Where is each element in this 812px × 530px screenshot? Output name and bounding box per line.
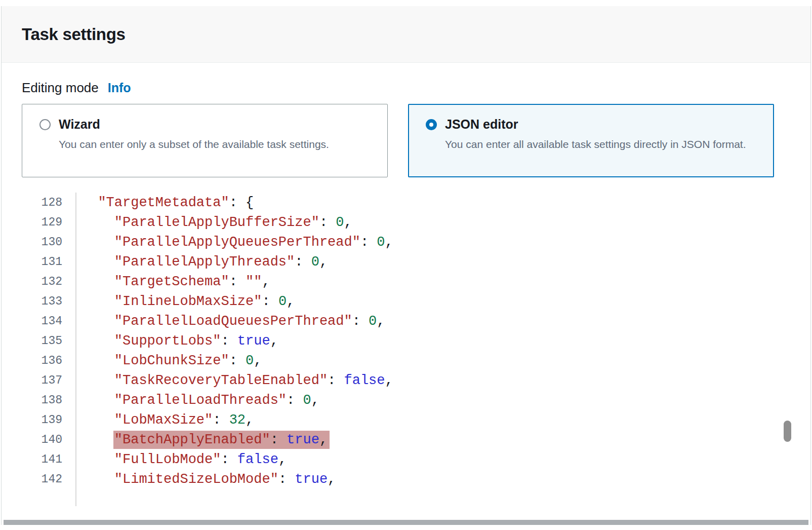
line-number: 141: [22, 449, 76, 469]
tile-json-editor-text: JSON editor You can enter all available …: [445, 117, 746, 176]
line-number: 130: [22, 232, 76, 252]
line-number: 139: [22, 410, 76, 430]
code-text: "SupportLobs": true,: [76, 331, 278, 351]
tile-wizard[interactable]: Wizard You can enter only a subset of th…: [22, 104, 388, 177]
code-line[interactable]: 138 "ParallelLoadThreads": 0,: [22, 390, 792, 410]
section-header: Task settings: [2, 6, 810, 63]
code-text: "ParallelApplyBufferSize": 0,: [76, 212, 352, 232]
code-line[interactable]: 129 "ParallelApplyBufferSize": 0,: [22, 212, 792, 232]
code-text: "LobChunkSize": 0,: [76, 351, 262, 370]
tile-wizard-label: Wizard: [59, 117, 329, 132]
tile-json-editor-label: JSON editor: [445, 117, 746, 132]
editor-lines: 128 "TargetMetadata": {129 "ParallelAppl…: [22, 193, 792, 489]
code-line[interactable]: 132 "TargetSchema": "",: [22, 272, 792, 291]
tile-json-editor-description: You can enter all available task setting…: [445, 135, 746, 154]
code-text: "ParallelLoadQueuesPerThread": 0,: [76, 311, 385, 331]
code-line[interactable]: 137 "TaskRecoveryTableEnabled": false,: [22, 370, 792, 390]
tile-json-editor[interactable]: JSON editor You can enter all available …: [408, 104, 774, 177]
bottom-divider: [4, 520, 808, 525]
code-text: "LimitedSizeLobMode": true,: [76, 469, 336, 489]
code-text: "LobMaxSize": 32,: [76, 410, 254, 430]
line-number: 140: [22, 430, 76, 449]
code-line[interactable]: 136 "LobChunkSize": 0,: [22, 351, 792, 370]
line-number: 137: [22, 370, 76, 390]
line-number: 131: [22, 252, 76, 272]
task-settings-card: Task settings Editing mode Info Wizard Y…: [1, 6, 811, 525]
line-number: 138: [22, 390, 76, 410]
editing-mode-tiles: Wizard You can enter only a subset of th…: [22, 104, 790, 177]
radio-selected-icon[interactable]: [426, 119, 437, 130]
code-text: "ParallelApplyThreads": 0,: [76, 252, 328, 272]
json-code-editor[interactable]: 128 "TargetMetadata": {129 "ParallelAppl…: [22, 193, 792, 509]
code-line[interactable]: 128 "TargetMetadata": {: [22, 193, 792, 212]
line-number: 142: [22, 469, 76, 489]
code-text: "ParallelApplyQueuesPerThread": 0,: [76, 232, 393, 252]
code-line[interactable]: 134 "ParallelLoadQueuesPerThread": 0,: [22, 311, 792, 331]
line-number: 129: [22, 212, 76, 232]
info-link[interactable]: Info: [108, 81, 131, 95]
line-number: 134: [22, 311, 76, 331]
radio-unselected-icon[interactable]: [39, 119, 51, 130]
code-text: "BatchApplyEnabled": true,: [76, 430, 330, 449]
code-text: "TargetSchema": "",: [76, 272, 270, 291]
line-number: 133: [22, 291, 76, 311]
code-text: "FullLobMode": false,: [76, 449, 287, 469]
line-number: 132: [22, 272, 76, 291]
editing-mode-row: Editing mode Info: [22, 80, 790, 96]
code-text: "ParallelLoadThreads": 0,: [76, 390, 319, 410]
code-line[interactable]: 141 "FullLobMode": false,: [22, 449, 792, 469]
tile-wizard-description: You can enter only a subset of the avail…: [59, 135, 329, 154]
code-text: "TaskRecoveryTableEnabled": false,: [76, 370, 393, 390]
code-line[interactable]: 139 "LobMaxSize": 32,: [22, 410, 792, 430]
code-line[interactable]: 140 "BatchApplyEnabled": true,: [22, 430, 792, 449]
gutter-tail: [22, 489, 76, 506]
editor-trailing-row: [22, 489, 792, 509]
editing-mode-label: Editing mode: [22, 80, 99, 96]
code-line[interactable]: 131 "ParallelApplyThreads": 0,: [22, 252, 792, 272]
line-number: 136: [22, 351, 76, 370]
tile-wizard-text: Wizard You can enter only a subset of th…: [59, 117, 329, 177]
page-title: Task settings: [22, 25, 126, 44]
code-line[interactable]: 133 "InlineLobMaxSize": 0,: [22, 291, 792, 311]
line-number: 135: [22, 331, 76, 351]
code-line[interactable]: 135 "SupportLobs": true,: [22, 331, 792, 351]
code-text: "TargetMetadata": {: [76, 193, 254, 212]
editor-scrollbar-thumb[interactable]: [784, 421, 791, 442]
section-body: Editing mode Info Wizard You can enter o…: [2, 63, 810, 509]
code-line[interactable]: 130 "ParallelApplyQueuesPerThread": 0,: [22, 232, 792, 252]
line-number: 128: [22, 193, 76, 212]
code-line[interactable]: 142 "LimitedSizeLobMode": true,: [22, 469, 792, 489]
task-settings-page: Task settings Editing mode Info Wizard Y…: [0, 0, 812, 530]
code-text: "InlineLobMaxSize": 0,: [76, 291, 295, 311]
